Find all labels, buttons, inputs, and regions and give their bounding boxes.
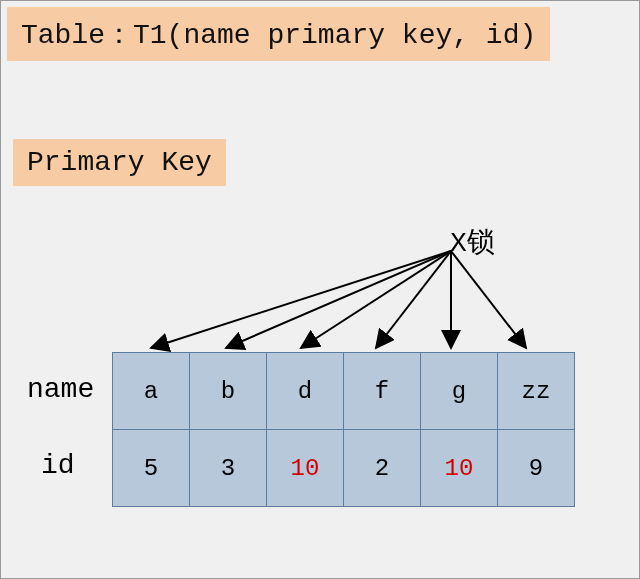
primary-key-index-table: a b d f g zz 5 3 10 2 10 9 <box>112 352 575 507</box>
row-label-id: id <box>41 450 75 481</box>
x-lock-label: X锁 <box>450 223 495 261</box>
svg-line-2 <box>301 251 451 348</box>
table-definition-tag: Table：T1(name primary key, id) <box>7 7 550 61</box>
id-cell: 10 <box>267 430 344 507</box>
svg-line-3 <box>376 251 451 348</box>
name-cell: d <box>267 353 344 430</box>
id-cell: 5 <box>113 430 190 507</box>
table-row: 5 3 10 2 10 9 <box>113 430 575 507</box>
row-label-name: name <box>27 374 94 405</box>
name-cell: zz <box>498 353 575 430</box>
id-cell: 3 <box>190 430 267 507</box>
svg-line-0 <box>151 251 451 348</box>
name-cell: a <box>113 353 190 430</box>
name-cell: b <box>190 353 267 430</box>
name-cell: g <box>421 353 498 430</box>
table-row: a b d f g zz <box>113 353 575 430</box>
svg-line-1 <box>226 251 451 348</box>
id-cell: 2 <box>344 430 421 507</box>
svg-line-5 <box>451 251 526 348</box>
id-cell: 10 <box>421 430 498 507</box>
id-cell: 9 <box>498 430 575 507</box>
name-cell: f <box>344 353 421 430</box>
primary-key-tag: Primary Key <box>13 139 226 186</box>
